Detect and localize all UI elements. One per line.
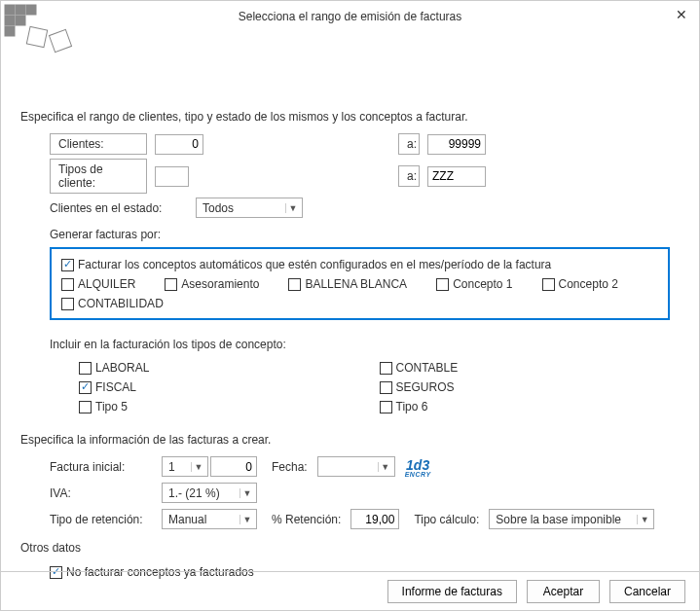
close-button[interactable]: ✕ <box>672 5 691 24</box>
auto-concepts-label: Facturar los conceptos automáticos que e… <box>78 258 551 271</box>
concept-1-checkbox[interactable]: Concepto 1 <box>436 277 512 291</box>
fecha-select[interactable]: ▼ <box>317 456 395 477</box>
chevron-down-icon: ▼ <box>239 515 254 524</box>
tipos-a-label: a: <box>398 165 420 187</box>
chevron-down-icon: ▼ <box>378 462 392 472</box>
retencion-pct-label: % Retención: <box>272 513 341 526</box>
concept-asesoram-checkbox[interactable]: Asesoramiento <box>165 277 259 291</box>
generar-label: Generar facturas por: <box>50 228 161 241</box>
tipos-from-input[interactable] <box>155 166 189 187</box>
tipo-laboral-checkbox[interactable]: LABORAL <box>79 361 380 375</box>
tipo-calc-select[interactable]: Sobre la base imponible▼ <box>489 509 654 529</box>
encrypt-icon[interactable]: 1d3ENCRY <box>405 457 431 477</box>
factura-serie-select[interactable]: 1▼ <box>162 456 208 477</box>
tipo-5-checkbox[interactable]: Tipo 5 <box>79 400 380 413</box>
tipos-to-input[interactable] <box>427 166 486 187</box>
chevron-down-icon: ▼ <box>239 488 254 498</box>
section1-intro: Especifica el rango de clientes, tipo y … <box>20 110 680 124</box>
chevron-down-icon: ▼ <box>637 515 651 524</box>
concept-ballena-checkbox[interactable]: BALLENA BLANCA <box>288 277 407 291</box>
factura-inicial-label: Factura inicial: <box>50 460 162 474</box>
tipo-seguros-checkbox[interactable]: SEGUROS <box>380 380 681 394</box>
estado-select[interactable]: Todos▼ <box>196 198 303 218</box>
concept-contab-checkbox[interactable]: CONTABILIDAD <box>61 297 164 310</box>
chevron-down-icon: ▼ <box>191 462 205 472</box>
window-title: Selecciona el rango de emisión de factur… <box>239 10 461 23</box>
iva-select[interactable]: 1.- (21 %)▼ <box>162 483 257 503</box>
retencion-pct-input[interactable] <box>350 509 399 529</box>
chevron-down-icon: ▼ <box>285 203 300 213</box>
section4-intro: Otros datos <box>20 541 680 555</box>
retencion-tipo-select[interactable]: Manual▼ <box>162 509 257 529</box>
clientes-a-label: a: <box>398 133 420 155</box>
clientes-from-input[interactable] <box>155 134 203 155</box>
section3-intro: Especifica la información de las factura… <box>20 433 680 447</box>
factura-num-input[interactable] <box>210 456 257 477</box>
tipos-label: Tipos de cliente: <box>50 159 147 194</box>
tipo-6-checkbox[interactable]: Tipo 6 <box>380 400 681 413</box>
cancelar-button[interactable]: Cancelar <box>609 580 685 603</box>
tipo-contable-checkbox[interactable]: CONTABLE <box>380 361 681 375</box>
tipo-fiscal-checkbox[interactable]: ✓FISCAL <box>79 380 380 394</box>
clientes-to-input[interactable] <box>427 134 486 155</box>
auto-concepts-checkbox[interactable]: ✓ Facturar los conceptos automáticos que… <box>61 258 551 271</box>
retencion-tipo-label: Tipo de retención: <box>50 513 162 526</box>
concept-2-checkbox[interactable]: Concepto 2 <box>542 277 618 291</box>
concept-alquiler-checkbox[interactable]: ALQUILER <box>61 277 135 291</box>
tipo-calc-label: Tipo cálculo: <box>414 513 479 526</box>
aceptar-button[interactable]: Aceptar <box>527 580 600 603</box>
iva-label: IVA: <box>50 486 162 500</box>
informe-button[interactable]: Informe de facturas <box>387 580 517 603</box>
section2-intro: Incluir en la facturación los tipos de c… <box>20 338 680 351</box>
clientes-label: Clientes: <box>50 133 147 155</box>
fecha-label: Fecha: <box>272 460 308 474</box>
estado-label: Clientes en el estado: <box>50 201 196 215</box>
